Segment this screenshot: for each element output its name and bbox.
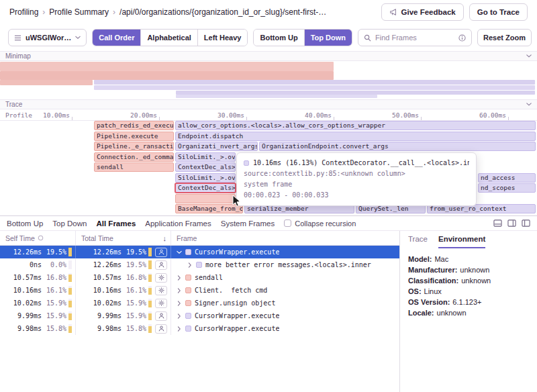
layout-dock-left-icon[interactable]: [522, 219, 530, 228]
field-label: Classification:: [408, 275, 458, 286]
flame-frame[interactable]: sendall: [94, 162, 174, 172]
time-ruler: Profile 10.00ms20.00ms30.00ms40.00ms50.0…: [0, 109, 537, 121]
layout-dock-bottom-icon[interactable]: [493, 219, 502, 228]
self-time-cell-bar: [68, 324, 72, 333]
self-time-column-header[interactable]: Self Time: [0, 231, 76, 245]
flame-frame[interactable]: ContextDec_als>.i: [175, 183, 236, 193]
self-time-cell: 9.99ms15.9%: [0, 309, 76, 322]
ruler-tick-label: 50.00ms: [380, 111, 419, 119]
flame-frame[interactable]: SiloLimit._>.over: [175, 173, 236, 183]
total-time-cell-percent: 15.9%: [124, 312, 146, 320]
field-value: 6.1.123+: [452, 297, 481, 307]
frame-cell: Signer.unsign_object: [171, 297, 399, 309]
flame-frame[interactable]: [175, 194, 236, 203]
sort-option-alphabetical[interactable]: Alphabetical: [140, 30, 197, 46]
flame-frame[interactable]: SiloLimit._>.over: [175, 152, 236, 162]
details-tab-environment[interactable]: Environment: [438, 231, 485, 248]
caret-down-icon[interactable]: [177, 250, 182, 254]
details-tab-trace[interactable]: Trace: [408, 231, 428, 248]
chevron-down-icon[interactable]: [526, 103, 532, 106]
find-frames-input[interactable]: [375, 34, 454, 42]
table-row[interactable]: 10.16ms16.1%10.16ms16.1%Client.__fetch_c…: [0, 284, 399, 297]
frame-cell: CursorWrapper.execute: [171, 322, 399, 335]
table-row[interactable]: 10.02ms15.9%10.02ms15.9%Signer.unsign_ob…: [0, 297, 399, 309]
table-row[interactable]: 9.98ms15.8%9.98ms15.8%CursorWrapper.exec…: [0, 322, 399, 335]
flame-frame[interactable]: Organizati_nvert_args: [175, 142, 258, 151]
give-feedback-button[interactable]: Give Feedback: [381, 3, 464, 21]
flame-frame[interactable]: allow_cors_options.<locals>.allow_cors_o…: [175, 121, 536, 130]
frames-table: Self Time Total Time ↓ Frame 12.26ms19.5…: [0, 231, 399, 392]
collapse-recursion-checkbox[interactable]: Collapse recursion: [284, 219, 356, 228]
breadcrumb-item-profile-summary[interactable]: Profile Summary: [49, 7, 109, 17]
environment-field: Model:Mac: [408, 254, 529, 264]
user-icon: [155, 260, 167, 270]
tab-application-frames[interactable]: Application Frames: [145, 219, 211, 228]
self-time-cell-value: 9.98ms: [0, 325, 42, 332]
tab-top-down[interactable]: Top Down: [52, 219, 87, 228]
flame-frame[interactable]: Pipeline.execute: [94, 132, 174, 141]
caret-right-icon[interactable]: [177, 314, 182, 318]
flame-frame[interactable]: ContextDec_als>.i: [175, 162, 236, 172]
field-value: Linux: [424, 286, 442, 297]
details-tabs: TraceEnvironment: [400, 231, 537, 248]
field-label: Locale:: [408, 307, 434, 318]
caret-right-icon[interactable]: [177, 327, 182, 331]
field-label: Manufacturer:: [408, 264, 457, 275]
direction-option-top-down[interactable]: Top Down: [304, 30, 352, 46]
flame-frame[interactable]: patch_redis_ed_execute: [94, 121, 174, 130]
caret-right-icon[interactable]: [177, 289, 182, 293]
ruler-tick-mark: [159, 117, 160, 120]
self-time-cell-percent: 19.5%: [44, 248, 66, 256]
caret-right-icon[interactable]: [187, 263, 193, 267]
find-frames-search[interactable]: [358, 29, 472, 46]
tab-bottom-up[interactable]: Bottom Up: [7, 219, 43, 228]
go-to-trace-button[interactable]: Go to Trace: [469, 3, 528, 21]
caret-right-icon[interactable]: [177, 301, 182, 305]
self-time-cell-value: 0ns: [0, 261, 42, 268]
breadcrumb-item-api-0-organizations-organizati[interactable]: /api/0/organizations/{organization_id_or…: [119, 7, 326, 17]
sort-segmented-control: Call OrderAlphabeticalLeft Heavy: [92, 29, 248, 46]
table-row[interactable]: 0ns0.0%12.26ms19.5%more_better_error_mes…: [0, 258, 399, 271]
minimap-block: [176, 95, 377, 98]
chevron-down-icon[interactable]: [526, 54, 532, 58]
frame-column-header[interactable]: Frame: [171, 231, 399, 245]
ruler-tick-mark: [334, 117, 334, 120]
table-row[interactable]: 9.99ms15.9%9.99ms15.9%CursorWrapper.exec…: [0, 309, 399, 322]
total-time-column-header[interactable]: Total Time ↓: [76, 231, 171, 245]
give-feedback-label: Give Feedback: [401, 8, 456, 16]
sort-option-left-heavy[interactable]: Left Heavy: [197, 30, 248, 46]
flame-frame[interactable]: OrganizationEndpoint.convert_args: [259, 142, 536, 151]
flamegraph-canvas[interactable]: 10.16ms (16.13%) ContextDecorator.__call…: [0, 121, 537, 215]
flame-frame[interactable]: Pipeline._e_ransaction: [94, 142, 174, 151]
self-time-cell: 10.16ms16.1%: [0, 284, 76, 297]
direction-option-bottom-up[interactable]: Bottom Up: [254, 30, 303, 46]
total-time-cell-percent: 16.8%: [124, 274, 146, 281]
total-time-cell: 10.57ms16.8%: [76, 271, 171, 284]
environment-field: OS:Linux: [408, 286, 529, 297]
thread-selector-dropdown[interactable]: uWSGIWor…: [8, 29, 87, 46]
flame-frame[interactable]: nd_access: [478, 173, 536, 183]
field-value: unknown: [437, 307, 467, 318]
flame-frame[interactable]: nd_scopes: [478, 183, 536, 193]
collapse-recursion-label: Collapse recursion: [295, 219, 356, 228]
environment-fields: Model:MacManufacturer:unknownClassificat…: [400, 248, 537, 324]
frame-name: more_better_error_messages.<locals>.inne…: [205, 261, 371, 268]
minimap-label: Minimap: [5, 52, 31, 60]
minimap-canvas[interactable]: [0, 61, 537, 99]
minimap-block: [94, 80, 535, 85]
total-time-cell: 10.16ms16.1%: [76, 284, 171, 297]
field-value: unknown: [461, 275, 491, 286]
field-value: unknown: [460, 264, 489, 275]
layout-dock-right-icon[interactable]: [507, 219, 516, 228]
flame-frame[interactable]: Connection._ed_command: [94, 152, 174, 162]
sort-option-call-order[interactable]: Call Order: [93, 30, 140, 46]
self-time-cell-bar: [68, 260, 72, 269]
caret-right-icon[interactable]: [177, 276, 182, 280]
flame-frame[interactable]: Endpoint.dispatch: [175, 132, 536, 141]
table-row[interactable]: 10.57ms16.8%10.57ms16.8%sendall: [0, 271, 399, 284]
breadcrumb-item-profiling[interactable]: Profiling: [9, 7, 38, 17]
tab-all-frames[interactable]: All Frames: [96, 219, 136, 228]
table-row[interactable]: 12.26ms19.5%12.26ms19.5%CursorWrapper.ex…: [0, 246, 399, 258]
reset-zoom-button[interactable]: Reset Zoom: [477, 29, 532, 46]
tab-system-frames[interactable]: System Frames: [221, 219, 275, 228]
